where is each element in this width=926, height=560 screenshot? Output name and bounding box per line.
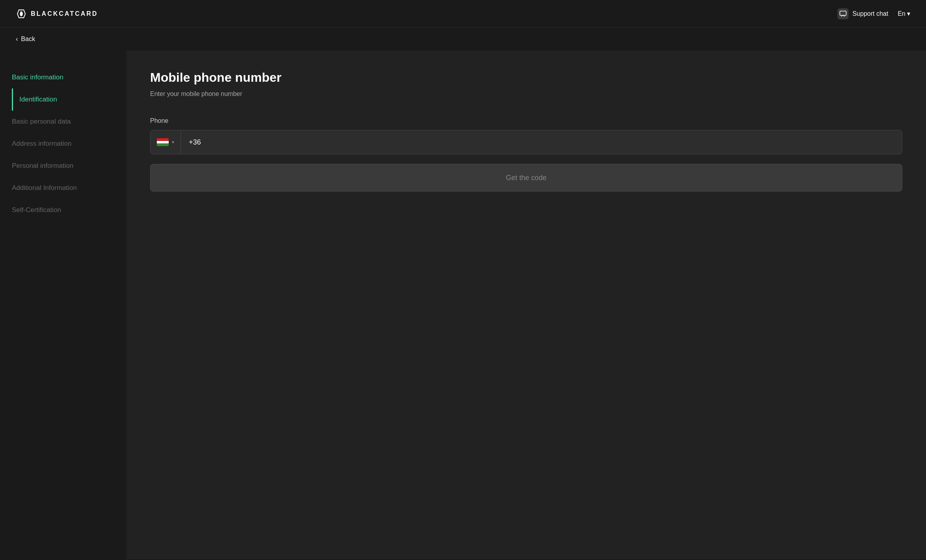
support-chat-icon	[838, 8, 849, 19]
get-code-button[interactable]: Get the code	[150, 164, 902, 192]
flag-green-stripe	[157, 143, 169, 146]
page-subtitle: Enter your mobile phone number	[150, 90, 902, 98]
logo-icon	[16, 8, 27, 19]
page-title: Mobile phone number	[150, 70, 902, 85]
sidebar-item-self-certification[interactable]: Self-Certification	[12, 199, 115, 221]
sidebar-item-additional-information[interactable]: Additional Information	[12, 177, 115, 199]
logo-text: BLACKCATCARD	[31, 10, 98, 17]
language-selector[interactable]: En ▾	[898, 10, 910, 17]
phone-number-input[interactable]	[181, 130, 902, 154]
sidebar-item-basic-information[interactable]: Basic information	[12, 66, 115, 88]
header-right: Support chat En ▾	[838, 8, 910, 19]
support-chat-label: Support chat	[853, 10, 888, 17]
sidebar-item-basic-personal-data-label: Basic personal data	[12, 118, 71, 125]
sidebar-item-personal-information[interactable]: Personal information	[12, 155, 115, 177]
sidebar-item-additional-information-label: Additional Information	[12, 184, 77, 192]
sidebar-item-identification[interactable]: Identification	[12, 88, 115, 111]
logo: BLACKCATCARD	[16, 8, 98, 19]
header: BLACKCATCARD Support chat En ▾	[0, 0, 926, 28]
chevron-down-icon: ▾	[907, 10, 910, 17]
sidebar-item-basic-information-label: Basic information	[12, 73, 63, 81]
phone-input-container: ▾	[150, 130, 902, 154]
sidebar-item-identification-label: Identification	[19, 96, 57, 103]
country-selector[interactable]: ▾	[151, 130, 181, 154]
phone-label: Phone	[150, 117, 902, 124]
hungary-flag	[157, 138, 169, 146]
lang-label: En	[898, 10, 905, 17]
sidebar-item-address-information-label: Address information	[12, 140, 72, 147]
svg-rect-3	[840, 11, 846, 15]
back-button[interactable]: ‹ Back	[0, 28, 51, 51]
sidebar-item-self-certification-label: Self-Certification	[12, 206, 61, 214]
flag-red-stripe	[157, 138, 169, 141]
get-code-label: Get the code	[506, 174, 546, 182]
flag-white-stripe	[157, 141, 169, 144]
page-layout: Basic information Identification Basic p…	[0, 51, 926, 559]
main-content: Mobile phone number Enter your mobile ph…	[126, 51, 926, 559]
sidebar-item-address-information[interactable]: Address information	[12, 133, 115, 155]
back-arrow-icon: ‹	[16, 36, 18, 43]
sidebar-item-personal-information-label: Personal information	[12, 162, 73, 169]
country-chevron-icon: ▾	[172, 139, 174, 145]
sidebar: Basic information Identification Basic p…	[0, 51, 126, 559]
sidebar-item-basic-personal-data[interactable]: Basic personal data	[12, 111, 115, 133]
back-label: Back	[21, 36, 35, 43]
support-chat-button[interactable]: Support chat	[838, 8, 888, 19]
